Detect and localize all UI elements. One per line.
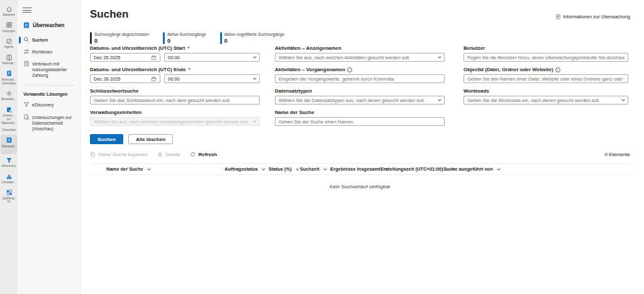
nav-item-search[interactable]: Suchen — [18, 34, 80, 46]
nav-divider — [23, 85, 75, 86]
record-types-label: Datensatztypen — [275, 88, 445, 94]
search-history-table-header: Name der Suche Auftragsstatus Status (%)… — [90, 163, 630, 175]
grid-icon — [6, 21, 13, 29]
rail-item-dspm[interactable]: DSPM für KI — [1, 187, 17, 206]
info-icon[interactable]: i — [347, 67, 352, 72]
collapse-menu-icon[interactable] — [23, 6, 31, 14]
workloads-dropdown[interactable]: Geben Sie die Workloads ein, nach denen … — [464, 96, 628, 105]
search-button[interactable]: Suchen — [90, 134, 123, 144]
chevron-down-icon — [323, 167, 327, 171]
nav-item-label: Verbrauch mit nutzungsbasierter Zahlung — [32, 61, 78, 78]
doc-link-icon — [555, 14, 561, 20]
compliance-icon — [6, 172, 13, 180]
column-header-total-results[interactable]: Ergebnisse insgesamt — [330, 164, 387, 174]
search-icon — [23, 37, 30, 43]
sliders-icon — [23, 48, 30, 55]
trash-icon — [157, 152, 163, 157]
rail-item-usage[interactable]: Nutzungs... (Vorschau) — [1, 68, 17, 88]
chevron-down-icon — [147, 167, 151, 171]
rail-item-label: DSPM für KI — [1, 197, 16, 204]
record-types-dropdown[interactable]: Wählen Sie die Datensatztypen aus, nach … — [275, 96, 445, 105]
copy-icon — [90, 152, 96, 157]
activities-display-dropdown[interactable]: Wählen Sie aus, nach welchen Aktivitäten… — [275, 53, 445, 62]
calendar-icon — [151, 55, 157, 60]
refresh-label: Refresh — [198, 152, 217, 157]
nav-item-policies[interactable]: Richtlinien — [18, 46, 80, 58]
rail-item-information[interactable]: Informati... — [1, 52, 17, 68]
activities-display-label: Aktivitäten – Anzeigenamen — [275, 45, 445, 51]
rail-item-label: Informati... — [2, 62, 16, 65]
clear-all-button[interactable]: Alle löschen — [128, 134, 173, 144]
results-toolbar: Diese Suche kopieren Delete Refresh 0 El… — [90, 152, 630, 157]
keyword-input[interactable]: Geben Sie das Schlüsselwort ein, nach de… — [90, 96, 260, 105]
rail-item-label: Untersu... zur Datensich... (Vorschau) — [1, 114, 16, 132]
chevron-down-icon — [438, 98, 441, 101]
rail-item-settings[interactable]: Einstellun... — [1, 88, 17, 104]
activities-operation-input[interactable]: Eingeben der Vorgangswerte, getrennt dur… — [275, 74, 445, 83]
form-column-1: Datums- und Uhrzeitbereich (UTC) Start* … — [90, 42, 260, 144]
nav-item-ediscovery[interactable]: eDiscovery — [18, 99, 80, 111]
users-label: Benutzer — [464, 45, 628, 51]
date-end-input[interactable]: Dec 26 2025 — [90, 74, 160, 83]
rail-item-label: Lösungen — [3, 30, 15, 33]
column-header-run-by[interactable]: Suche ausgeführt von — [443, 164, 500, 174]
time-start-dropdown[interactable]: 00:00 — [164, 53, 260, 62]
admin-units-label: Verwaltungseinheiten — [90, 110, 260, 115]
stat-label: Suchvorgänge abgeschlossen — [94, 32, 149, 37]
book-icon — [6, 54, 13, 61]
rail-item-label: Einstellun... — [1, 98, 16, 101]
rail-item-compliance[interactable]: Complian... — [1, 171, 17, 187]
rail-item-solutions[interactable]: Lösungen — [1, 20, 17, 36]
chevron-down-icon — [438, 55, 441, 59]
column-header-job-status[interactable]: Auftragsstatus — [225, 164, 265, 174]
delete-button: Delete — [157, 152, 180, 157]
form-column-2: Aktivitäten – Anzeigenamen Wählen Sie au… — [275, 42, 445, 126]
admin-units-dropdown: Wählen Sie aus, nach welchen Verwaltungs… — [90, 117, 260, 126]
activities-operation-label: Aktivitäten – Vorgangsnamen i — [275, 67, 445, 72]
refresh-icon — [190, 152, 196, 157]
rail-item-label: eDiscovery — [2, 164, 16, 168]
audit-info-link[interactable]: Informationen zur Überwachung — [555, 14, 630, 20]
rail-item-data-security-investigations[interactable]: Untersu... zur Datensich... (Vorschau) — [1, 104, 17, 135]
column-header-search-time[interactable]: Suchzeit — [300, 164, 326, 174]
refresh-button[interactable]: Refresh — [190, 152, 217, 157]
audit-icon — [23, 21, 30, 29]
main-content: Suchen Informationen zur Überwachung Suc… — [80, 0, 644, 294]
info-icon[interactable]: i — [555, 67, 560, 72]
nav-item-data-security-investigations[interactable]: Untersuchungen zur Datensicherheit (Vors… — [18, 111, 80, 135]
meter-icon — [23, 60, 30, 67]
column-header-status-percent[interactable]: Status (%) — [269, 164, 299, 174]
search-name-input[interactable]: Geben Sie der Suche einen Namen. — [275, 117, 445, 126]
gear-icon — [6, 89, 13, 97]
rail-item-ediscovery[interactable]: eDiscovery — [1, 154, 17, 171]
home-icon — [6, 5, 13, 13]
nav-title: Überwachen — [18, 18, 80, 34]
nav-item-pay-as-you-go[interactable]: Verbrauch mit nutzungsbasierter Zahlung — [18, 58, 80, 81]
rail-item-home[interactable]: Startseite — [1, 3, 17, 20]
object-id-label: ObjectId (Datei, Ordner oder Website) i — [464, 67, 628, 72]
stat-label: Aktive Suchvorgänge — [167, 32, 206, 37]
object-id-input[interactable]: Geben Sie den Namen einer Datei, Website… — [464, 74, 628, 83]
chevron-down-icon — [296, 167, 299, 171]
chevron-down-icon — [262, 167, 265, 171]
keyword-label: Schlüsselwortsuche — [90, 88, 260, 94]
rail-item-agents[interactable]: Agents — [1, 35, 17, 52]
app-rail: Startseite Lösungen Agents Informati... … — [0, 0, 18, 294]
chevron-down-icon — [253, 76, 257, 80]
chevron-down-icon — [621, 98, 625, 101]
copy-search-label: Diese Suche kopieren — [98, 152, 147, 157]
nav-item-label: Untersuchungen zur Datensicherheit (Vors… — [32, 115, 78, 132]
column-header-name[interactable]: Name der Suche — [106, 164, 150, 174]
date-start-input[interactable]: Dec 25 2025 — [90, 53, 160, 62]
usage-icon — [6, 70, 13, 77]
empty-state-message: Kein Suchverlauf verfügbar — [90, 184, 630, 189]
dspm-icon — [6, 189, 13, 196]
rail-item-label: Überwach... — [1, 145, 16, 152]
users-input[interactable]: Fügen Sie die Benutzer hinzu, deren Über… — [464, 53, 628, 62]
purview-audit-app: Startseite Lösungen Agents Informati... … — [0, 0, 644, 294]
rail-item-label: Startseite — [3, 13, 14, 17]
ediscovery-icon — [6, 156, 13, 164]
nav-section-related: Verwandte Lösungen — [18, 89, 80, 99]
rail-item-audit[interactable]: Überwach... — [1, 135, 17, 154]
time-end-dropdown[interactable]: 00:00 — [164, 74, 260, 83]
